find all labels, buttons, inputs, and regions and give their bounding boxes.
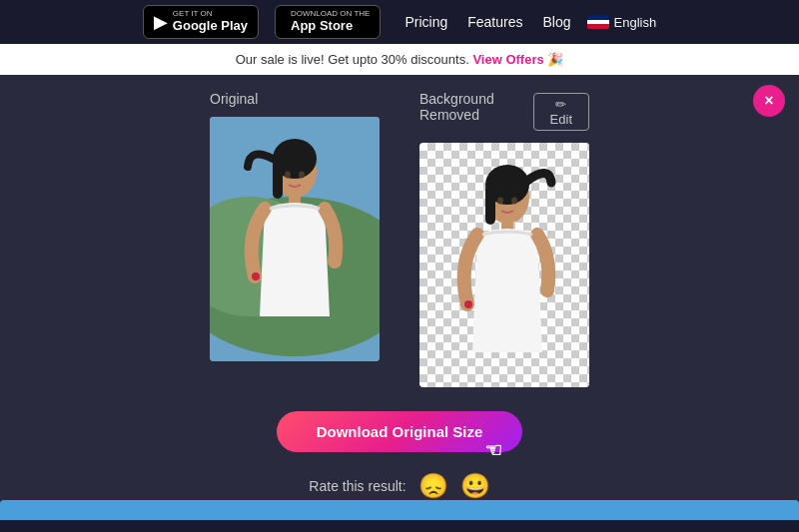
- svg-rect-5: [273, 159, 283, 199]
- language-label: English: [614, 15, 657, 30]
- blog-link[interactable]: Blog: [542, 14, 570, 30]
- sad-emoji-button[interactable]: 😞: [418, 472, 448, 500]
- removed-image: [419, 143, 589, 387]
- download-button[interactable]: Download Original Size ☞: [277, 411, 523, 452]
- top-nav: ▶ GET IT ON Google Play Download on the …: [0, 0, 799, 44]
- removed-woman-svg: [419, 143, 589, 387]
- svg-point-9: [252, 272, 260, 280]
- svg-point-14: [497, 198, 503, 205]
- svg-point-15: [511, 198, 517, 205]
- bottom-strip: [0, 500, 799, 520]
- google-play-icon: ▶: [154, 11, 168, 33]
- original-panel: Original: [210, 91, 380, 361]
- happy-emoji-button[interactable]: 😀: [460, 472, 490, 500]
- original-photo: [210, 117, 380, 361]
- view-offers-link[interactable]: View Offers: [472, 52, 543, 67]
- close-button[interactable]: ×: [753, 85, 785, 117]
- cursor-icon: ☞: [484, 438, 502, 462]
- sale-text: Our sale is live! Get upto 30% discounts…: [236, 52, 469, 67]
- svg-point-7: [285, 172, 291, 179]
- download-section: Download Original Size ☞ Rate this resul…: [30, 411, 769, 500]
- removed-panel: Background Removed ✏ Edit: [419, 91, 589, 387]
- image-panels: Original: [30, 91, 769, 387]
- svg-rect-12: [485, 185, 495, 225]
- google-play-button[interactable]: ▶ GET IT ON Google Play: [143, 5, 259, 38]
- svg-point-8: [299, 172, 305, 179]
- original-image: [210, 117, 380, 361]
- original-woman-svg: [210, 117, 380, 361]
- removed-label: Background Removed: [419, 91, 533, 123]
- sale-banner: Our sale is live! Get upto 30% discounts…: [0, 44, 799, 75]
- language-selector[interactable]: English: [587, 15, 657, 30]
- nav-links: Pricing Features Blog: [404, 14, 570, 30]
- download-label: Download Original Size: [317, 423, 483, 440]
- svg-point-16: [464, 300, 472, 308]
- edit-button[interactable]: ✏ Edit: [533, 93, 589, 131]
- app-store-button[interactable]: Download on the App Store: [275, 5, 381, 38]
- sale-emoji: 🎉: [547, 52, 563, 67]
- pricing-link[interactable]: Pricing: [404, 14, 447, 30]
- original-label: Original: [210, 91, 258, 107]
- google-play-name: Google Play: [173, 19, 248, 33]
- rating-label: Rate this result:: [309, 478, 405, 494]
- removed-photo: [419, 143, 589, 387]
- app-store-name: App Store: [291, 19, 370, 33]
- rating-section: Rate this result: 😞 😀: [309, 472, 489, 500]
- features-link[interactable]: Features: [467, 14, 522, 30]
- flag-icon: [587, 15, 609, 29]
- removed-panel-header: Background Removed ✏ Edit: [419, 91, 589, 133]
- main-content: × Original: [0, 75, 799, 520]
